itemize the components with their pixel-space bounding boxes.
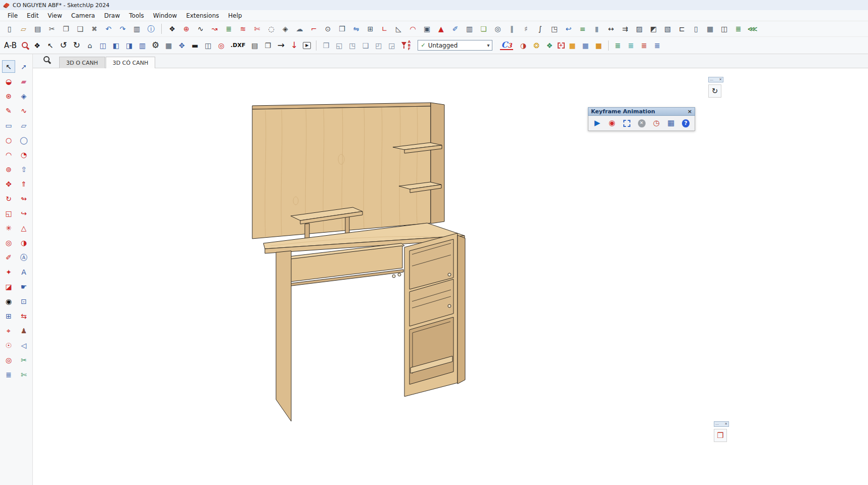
polygon-icon[interactable]: ◈: [18, 90, 30, 102]
curve-tool-icon[interactable]: ∫: [535, 24, 545, 34]
view-cube-bottom-icon[interactable]: ◲: [386, 40, 397, 51]
color-stack-icon[interactable]: ≋: [238, 24, 248, 34]
menu-item[interactable]: View: [43, 11, 66, 20]
ortho-cube-2-icon[interactable]: ■: [580, 40, 591, 51]
grid-panel-icon[interactable]: ▦: [705, 24, 715, 34]
paste-icon[interactable]: ❑: [75, 24, 85, 34]
scissors-green-icon[interactable]: ✂: [18, 354, 30, 366]
tag-filter-dropdown[interactable]: ✓ Untagged ▾: [418, 40, 492, 51]
controller-tool-icon[interactable]: ❖: [167, 24, 177, 34]
cancel-button[interactable]: ✕: [638, 119, 646, 127]
selection-box-icon[interactable]: +: [558, 42, 565, 49]
view-cube-side-icon[interactable]: ❑: [360, 40, 371, 51]
film-button[interactable]: ▦: [666, 118, 676, 129]
structure-icon[interactable]: ⌂: [84, 40, 95, 51]
close-icon[interactable]: ×: [688, 108, 692, 115]
cube-shade-icon[interactable]: ▧: [662, 24, 673, 34]
lock-tool-icon[interactable]: ❂: [531, 40, 542, 51]
scissors-green-2-icon[interactable]: ✄: [18, 369, 30, 380]
shapes-icon[interactable]: ◈: [280, 24, 291, 34]
download-red-icon[interactable]: ↓: [289, 40, 299, 51]
position-camera-icon[interactable]: ⌖: [3, 325, 15, 336]
component-tool-button[interactable]: ❒: [714, 429, 727, 442]
edge-cut-icon[interactable]: ✄: [252, 24, 262, 34]
menu-item[interactable]: Draw: [100, 11, 124, 20]
double-arrows-icon[interactable]: ⇉: [620, 24, 630, 34]
keyframe-panel-titlebar[interactable]: Keyframe Animation ×: [588, 107, 695, 116]
push-pull-icon[interactable]: ⇑: [18, 178, 30, 190]
brush-icon[interactable]: ✐: [450, 24, 461, 34]
flip-arrows-icon[interactable]: ⇋: [351, 24, 361, 34]
green-layers-icon[interactable]: ≣: [223, 24, 234, 34]
align-panels-3-icon[interactable]: ◨: [124, 40, 134, 51]
open-folder-icon[interactable]: ▱: [18, 24, 29, 34]
scene-tab-3d-co-canh[interactable]: 3D CÓ CANH: [106, 57, 156, 68]
fence-icon[interactable]: ♯: [521, 24, 531, 34]
redo-icon[interactable]: ↷: [117, 24, 128, 34]
arc-icon[interactable]: ◠: [3, 149, 15, 160]
freehand-icon[interactable]: ∿: [18, 105, 30, 116]
rotate-ccw-icon[interactable]: ↺: [58, 40, 69, 51]
help-button[interactable]: ?: [682, 119, 690, 127]
menu-item[interactable]: Camera: [67, 11, 100, 20]
dimension-icon[interactable]: ✐: [3, 251, 15, 263]
rectangle-icon[interactable]: ▭: [3, 119, 15, 131]
move-icon[interactable]: ✥: [3, 178, 15, 190]
new-file-icon[interactable]: ▯: [4, 24, 15, 34]
circle-icon[interactable]: ○: [3, 134, 15, 146]
search-icon[interactable]: [21, 41, 29, 50]
ortho-cube-1-icon[interactable]: ■: [567, 40, 578, 51]
close-icon[interactable]: ×: [719, 78, 722, 81]
gem-tool-icon[interactable]: ❖: [544, 40, 555, 51]
follow-me-icon[interactable]: ↬: [18, 193, 30, 204]
dashed-circle-icon[interactable]: ◌: [266, 24, 277, 34]
add-point-icon[interactable]: ⊕: [181, 24, 192, 34]
select-tool-icon[interactable]: ↖: [3, 61, 15, 72]
move-cross-icon[interactable]: ✥: [176, 40, 187, 51]
previous-view-icon[interactable]: ⇆: [18, 310, 30, 322]
layer-group-1-icon[interactable]: ≣: [613, 40, 623, 51]
rotate-cw-icon[interactable]: ↻: [71, 40, 82, 51]
twist-icon[interactable]: ↪: [18, 207, 30, 219]
menu-item[interactable]: Help: [223, 11, 246, 20]
save-icon[interactable]: ▤: [32, 24, 43, 34]
chevron-stack-icon[interactable]: ⋘: [747, 24, 758, 34]
print-icon[interactable]: ▥: [131, 24, 142, 34]
desk-3d-model[interactable]: [33, 68, 868, 485]
record-button[interactable]: ◉: [607, 118, 617, 129]
curve-points-icon[interactable]: ∿: [195, 24, 206, 34]
black-tool-icon[interactable]: ❖: [32, 40, 42, 51]
play-button[interactable]: ▶: [592, 118, 603, 129]
cut-icon[interactable]: ✂: [47, 24, 57, 34]
offset-star-icon[interactable]: ✳: [3, 222, 15, 234]
clamp-icon[interactable]: ⊏: [676, 24, 687, 34]
window-frame-icon[interactable]: ▣: [422, 24, 432, 34]
model-info-icon[interactable]: ⓘ: [146, 24, 156, 34]
sheet-stack-icon[interactable]: ≡: [577, 24, 588, 34]
view-cube-top-icon[interactable]: ◱: [334, 40, 344, 51]
ab-tool-button[interactable]: A-B: [4, 41, 17, 50]
delete-icon[interactable]: ✖: [89, 24, 100, 34]
layer-group-2-icon[interactable]: ≣: [626, 40, 636, 51]
mini-palette-bottom-titlebar[interactable]: … ×: [714, 421, 729, 427]
table-icon[interactable]: ▦: [163, 40, 174, 51]
swoosh-icon[interactable]: ↝: [209, 24, 220, 34]
hook-arrow-icon[interactable]: ↩: [563, 24, 574, 34]
look-around-icon[interactable]: ☉: [3, 339, 15, 351]
drawing-canvas[interactable]: [33, 68, 868, 485]
axes-icon[interactable]: ✦: [3, 266, 15, 278]
scene-tab-3d-o-canh[interactable]: 3D O CANH: [59, 57, 105, 68]
column-chart-icon[interactable]: ▥: [137, 40, 148, 51]
measure-box-icon[interactable]: ❒: [337, 24, 347, 34]
ellipse-icon[interactable]: ◯: [18, 134, 30, 146]
taper-icon[interactable]: △: [18, 222, 30, 234]
rotated-rect-icon[interactable]: ▱: [18, 119, 30, 131]
cube-stack-icon[interactable]: ❏: [478, 24, 489, 34]
layer-group-3-icon[interactable]: ≣: [639, 40, 650, 51]
abf-filter-button[interactable]: ABF: [401, 40, 410, 51]
mini-palette-top-titlebar[interactable]: … ×: [708, 77, 723, 82]
align-panels-1-icon[interactable]: ◫: [98, 40, 108, 51]
stamp-icon[interactable]: ◩: [648, 24, 659, 34]
select-region-button[interactable]: [623, 120, 630, 127]
zoom-window-icon[interactable]: ⊡: [18, 295, 30, 307]
